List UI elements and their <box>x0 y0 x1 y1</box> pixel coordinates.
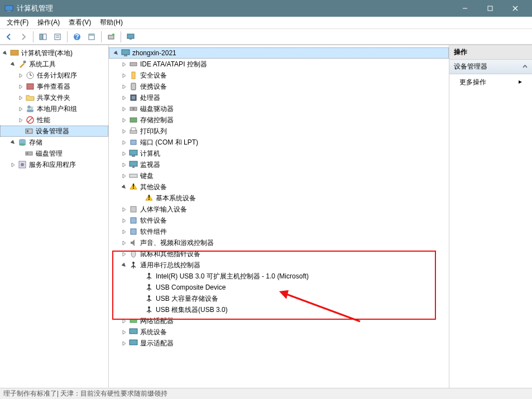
device-usb_ctrl[interactable]: 通用串行总线控制器 <box>109 259 449 271</box>
device-software_comp[interactable]: 软件组件 <box>109 226 449 237</box>
expander-icon[interactable] <box>136 194 143 202</box>
expander-icon[interactable] <box>136 295 143 302</box>
device-hid[interactable]: 人体学输入设备 <box>109 204 449 215</box>
refresh-button[interactable] <box>85 30 98 44</box>
menu-file[interactable]: 文件(F) <box>2 17 33 28</box>
expander-icon[interactable] <box>120 250 128 258</box>
expander-icon[interactable] <box>9 161 17 169</box>
expander-icon[interactable] <box>17 105 25 113</box>
expander-icon[interactable] <box>120 317 128 325</box>
expander-icon[interactable] <box>120 71 128 79</box>
close-button[interactable] <box>502 0 528 17</box>
folder-share-icon <box>26 93 35 102</box>
menu-view[interactable]: 查看(V) <box>64 17 95 28</box>
device-other_devices[interactable]: !其他设备 <box>109 181 449 193</box>
properties-button[interactable] <box>51 30 64 44</box>
device-root[interactable]: zhongxin-2021 <box>109 47 449 59</box>
device-icon <box>145 272 154 281</box>
device-portable[interactable]: 便携设备 <box>109 81 449 92</box>
expander-icon[interactable] <box>120 261 128 269</box>
maximize-button[interactable] <box>477 0 502 17</box>
device-disk_drive[interactable]: 磁盘驱动器 <box>109 103 449 114</box>
tree-root[interactable]: 计算机管理(本地) <box>0 47 108 59</box>
device-network[interactable]: 网络适配器 <box>109 315 449 326</box>
expander-icon[interactable] <box>120 339 128 347</box>
expander-icon[interactable] <box>136 272 143 280</box>
tree-local-users[interactable]: 本地用户和组 <box>0 103 108 114</box>
tree-services-apps[interactable]: 服务和应用程序 <box>0 159 108 170</box>
tree-task-scheduler[interactable]: 任务计划程序 <box>0 70 108 81</box>
expander-icon[interactable] <box>120 172 128 180</box>
device-ide[interactable]: IDE ATA/ATAPI 控制器 <box>109 59 449 70</box>
tree-event-viewer[interactable]: 事件查看器 <box>0 81 108 92</box>
expander-icon[interactable] <box>9 138 17 146</box>
expander-icon[interactable] <box>17 83 25 90</box>
device-basic_system[interactable]: !基本系统设备 <box>109 193 449 204</box>
back-button[interactable] <box>2 30 16 44</box>
expander-icon[interactable] <box>120 239 128 247</box>
device-usb_mass[interactable]: USB 大容量存储设备 <box>109 293 449 304</box>
expander-icon[interactable] <box>17 94 25 102</box>
show-hide-tree-button[interactable] <box>36 30 50 44</box>
device-usb_root[interactable]: USB 根集线器(USB 3.0) <box>109 304 449 315</box>
svg-rect-40 <box>124 55 127 56</box>
tree-system-tools[interactable]: 系统工具 <box>0 59 108 70</box>
expander-icon[interactable] <box>120 60 128 68</box>
help-button[interactable]: ? <box>70 30 84 44</box>
svg-text:?: ? <box>75 33 79 41</box>
expander-icon[interactable] <box>120 150 128 157</box>
tree-shared-folders[interactable]: 共享文件夹 <box>0 92 108 103</box>
expander-icon[interactable] <box>120 83 128 90</box>
expander-icon[interactable] <box>136 283 143 291</box>
device-computers[interactable]: 计算机 <box>109 148 449 159</box>
device-print_queue[interactable]: 打印队列 <box>109 126 449 137</box>
expander-icon[interactable] <box>120 217 128 224</box>
expander-icon[interactable] <box>120 328 128 336</box>
device-usb_composite[interactable]: USB Composite Device <box>109 282 449 293</box>
device-storage_ctrl[interactable]: 存储控制器 <box>109 114 449 126</box>
expander-icon[interactable] <box>112 49 120 57</box>
menu-help[interactable]: 帮助(H) <box>95 17 127 28</box>
device-software_dev[interactable]: 软件设备 <box>109 215 449 226</box>
actions-section[interactable]: 设备管理器 <box>449 60 532 74</box>
device-icon <box>129 160 138 169</box>
tree-performance[interactable]: 性能 <box>0 114 108 126</box>
expander-icon[interactable] <box>1 49 9 57</box>
tree-label: 便携设备 <box>140 82 167 92</box>
device-ports[interactable]: 端口 (COM 和 LPT) <box>109 137 449 148</box>
expander-icon[interactable] <box>120 138 128 146</box>
expander-icon[interactable] <box>120 183 128 191</box>
device-keyboards[interactable]: 键盘 <box>109 170 449 181</box>
forward-button[interactable] <box>17 30 30 44</box>
device-mouse[interactable]: 鼠标和其他指针设备 <box>109 248 449 259</box>
expander-icon[interactable] <box>120 127 128 135</box>
expander-icon[interactable] <box>17 71 25 79</box>
expander-icon[interactable] <box>120 205 128 213</box>
left-tree-pane[interactable]: 计算机管理(本地) 系统工具 任务计划程序 事件查看器 共享文件夹 本地用户和组 <box>0 45 109 388</box>
more-actions[interactable]: 更多操作 ▸ <box>449 74 532 90</box>
device-mgr-icon <box>25 127 33 136</box>
expander-icon[interactable] <box>120 94 128 102</box>
tree-storage[interactable]: 存储 <box>0 137 108 148</box>
expander-icon[interactable] <box>120 228 128 235</box>
tree-disk-mgmt[interactable]: 磁盘管理 <box>0 148 108 159</box>
device-tree-pane[interactable]: zhongxin-2021 IDE ATA/ATAPI 控制器安全设备便携设备处… <box>109 45 449 388</box>
device-processor[interactable]: 处理器 <box>109 92 449 103</box>
minimize-button[interactable] <box>452 0 477 17</box>
expander-icon[interactable] <box>9 60 17 68</box>
device-audio[interactable]: 声音、视频和游戏控制器 <box>109 237 449 248</box>
expander-icon[interactable] <box>120 116 128 124</box>
device-usb_intel[interactable]: Intel(R) USB 3.0 可扩展主机控制器 - 1.0 (Microso… <box>109 271 449 282</box>
expander-icon[interactable] <box>17 116 25 124</box>
device-monitors[interactable]: 监视器 <box>109 159 449 170</box>
tree-device-manager[interactable]: 设备管理器 <box>0 126 108 137</box>
expander-icon[interactable] <box>120 161 128 169</box>
scan-hardware-button[interactable] <box>104 30 118 44</box>
device-display[interactable]: 显示适配器 <box>109 338 449 349</box>
menu-action[interactable]: 操作(A) <box>33 17 64 28</box>
monitor-button[interactable] <box>124 30 137 44</box>
expander-icon[interactable] <box>136 306 143 314</box>
expander-icon[interactable] <box>120 105 128 113</box>
device-system_dev[interactable]: 系统设备 <box>109 326 449 338</box>
device-security[interactable]: 安全设备 <box>109 70 449 81</box>
